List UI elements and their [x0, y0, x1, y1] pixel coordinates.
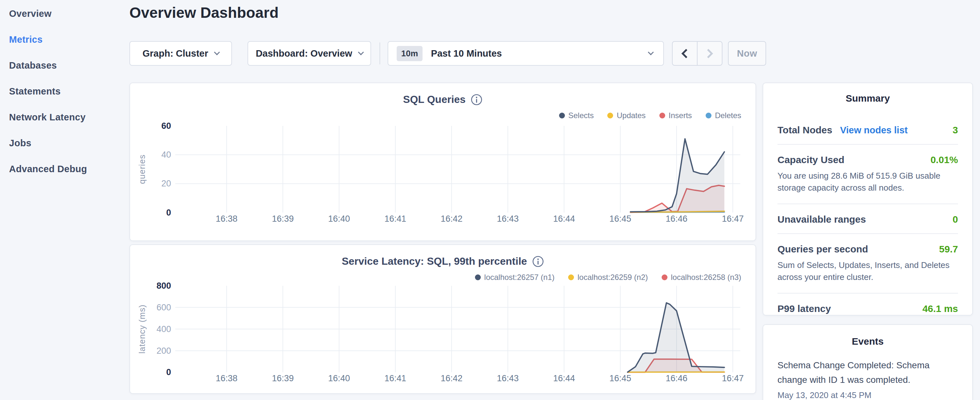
- events-title: Events: [778, 336, 958, 347]
- summary-section: Unavailable ranges0: [778, 204, 958, 233]
- svg-text:16:45: 16:45: [609, 214, 631, 224]
- sidebar-item-statements[interactable]: Statements: [0, 78, 129, 104]
- time-window-badge: 10m: [397, 46, 423, 61]
- svg-text:16:44: 16:44: [553, 214, 575, 224]
- dashboard-dropdown-label: Dashboard: Overview: [256, 48, 352, 59]
- summary-row: Unavailable ranges0: [778, 206, 958, 232]
- summary-section: Queries per second59.7Sum of Selects, Up…: [778, 233, 958, 293]
- summary-row: Queries per second59.7: [778, 235, 958, 262]
- svg-text:16:47: 16:47: [722, 214, 743, 224]
- chevron-right-icon: [704, 49, 713, 58]
- sql-queries-chart-card: SQL Queries SelectsUpdatesInsertsDeletes…: [129, 83, 756, 241]
- svg-text:20: 20: [161, 178, 171, 188]
- event-text: Schema Change Completed: Schema change w…: [778, 358, 958, 387]
- summary-description: Sum of Selects, Updates, Inserts, and De…: [778, 259, 958, 292]
- summary-description: You are using 28.6 MiB of 515.9 GiB usab…: [778, 170, 958, 202]
- sidebar-item-advanced-debug[interactable]: Advanced Debug: [0, 156, 129, 182]
- summary-rows: Total NodesView nodes list3Capacity Used…: [778, 115, 958, 323]
- sidebar: OverviewMetricsDatabasesStatementsNetwor…: [0, 0, 129, 182]
- view-nodes-list-link[interactable]: View nodes list: [840, 125, 908, 135]
- events-panel: Events Schema Change Completed: Schema c…: [763, 324, 973, 400]
- summary-title: Summary: [778, 93, 958, 104]
- summary-row: Total NodesView nodes list3: [778, 116, 958, 143]
- time-forward-button[interactable]: [697, 42, 722, 65]
- time-back-button[interactable]: [673, 42, 697, 65]
- summary-label: Queries per second: [778, 244, 868, 255]
- summary-label: Capacity Used: [778, 155, 845, 166]
- summary-panel: Summary Total NodesView nodes list3Capac…: [763, 83, 973, 316]
- svg-text:16:39: 16:39: [272, 214, 294, 224]
- time-window-label: Past 10 Minutes: [431, 48, 502, 59]
- sidebar-item-overview[interactable]: Overview: [0, 1, 129, 27]
- dashboard-dropdown[interactable]: Dashboard: Overview: [248, 41, 371, 66]
- sql-queries-plot[interactable]: 16:3816:3916:4016:4116:4216:4316:4416:45…: [130, 83, 756, 241]
- chevron-down-icon: [648, 49, 654, 55]
- svg-text:0: 0: [166, 368, 171, 377]
- summary-label: Unavailable ranges: [778, 214, 866, 225]
- summary-value: 46.1 ms: [923, 303, 958, 314]
- svg-text:600: 600: [157, 303, 171, 312]
- events-list: Schema Change Completed: Schema change w…: [778, 358, 958, 400]
- svg-text:16:40: 16:40: [328, 373, 350, 383]
- svg-text:16:47: 16:47: [722, 373, 743, 383]
- summary-section: P99 latency46.1 ms: [778, 293, 958, 323]
- graph-dropdown-label: Graph: Cluster: [142, 48, 208, 59]
- summary-section: Capacity Used0.01%You are using 28.6 MiB…: [778, 144, 958, 204]
- svg-text:16:44: 16:44: [553, 373, 575, 383]
- svg-text:400: 400: [157, 324, 171, 334]
- chevron-down-icon: [358, 49, 364, 55]
- page-title: Overview Dashboard: [129, 4, 278, 21]
- svg-text:16:46: 16:46: [665, 373, 687, 383]
- summary-value: 3: [953, 124, 958, 135]
- svg-text:16:45: 16:45: [609, 373, 631, 383]
- service-latency-chart-card: Service Latency: SQL, 99th percentile lo…: [129, 244, 756, 394]
- summary-value: 0.01%: [931, 155, 958, 166]
- summary-label: P99 latency: [778, 303, 831, 314]
- sidebar-item-databases[interactable]: Databases: [0, 53, 129, 78]
- svg-text:40: 40: [161, 150, 171, 159]
- chevron-left-icon: [681, 49, 691, 58]
- summary-value: 59.7: [939, 244, 958, 255]
- svg-text:16:43: 16:43: [497, 214, 519, 224]
- summary-row: P99 latency46.1 ms: [778, 295, 958, 321]
- time-window-selector[interactable]: 10m Past 10 Minutes: [388, 41, 664, 66]
- svg-text:60: 60: [161, 121, 171, 131]
- graph-dropdown[interactable]: Graph: Cluster: [129, 41, 232, 66]
- svg-text:latency (ms): latency (ms): [137, 304, 146, 354]
- sidebar-item-network-latency[interactable]: Network Latency: [0, 104, 129, 130]
- svg-text:16:38: 16:38: [216, 214, 237, 224]
- summary-row: Capacity Used0.01%: [778, 146, 958, 172]
- svg-text:16:38: 16:38: [216, 373, 237, 383]
- svg-text:16:42: 16:42: [441, 373, 462, 383]
- svg-text:200: 200: [157, 346, 171, 356]
- now-button[interactable]: Now: [728, 41, 766, 66]
- sidebar-item-jobs[interactable]: Jobs: [0, 130, 129, 156]
- svg-text:800: 800: [157, 281, 171, 291]
- summary-section: Total NodesView nodes list3: [778, 115, 958, 144]
- svg-text:16:43: 16:43: [497, 373, 519, 383]
- service-latency-plot[interactable]: 16:3816:3916:4016:4116:4216:4316:4416:45…: [130, 245, 756, 393]
- time-nav-group: [672, 41, 722, 66]
- chevron-down-icon: [214, 49, 220, 55]
- svg-text:16:41: 16:41: [384, 214, 406, 224]
- summary-label: Total Nodes: [778, 124, 832, 135]
- svg-text:queries: queries: [137, 155, 146, 184]
- svg-text:16:46: 16:46: [665, 214, 687, 224]
- summary-value: 0: [953, 214, 958, 225]
- svg-text:0: 0: [166, 208, 171, 217]
- svg-text:16:39: 16:39: [272, 373, 294, 383]
- vertical-divider: [380, 42, 380, 64]
- event-timestamp: May 13, 2020 at 4:45 PM: [778, 390, 958, 400]
- svg-text:16:41: 16:41: [384, 373, 406, 383]
- sidebar-item-metrics[interactable]: Metrics: [0, 27, 129, 53]
- svg-text:16:40: 16:40: [328, 214, 350, 224]
- svg-text:16:42: 16:42: [441, 214, 462, 224]
